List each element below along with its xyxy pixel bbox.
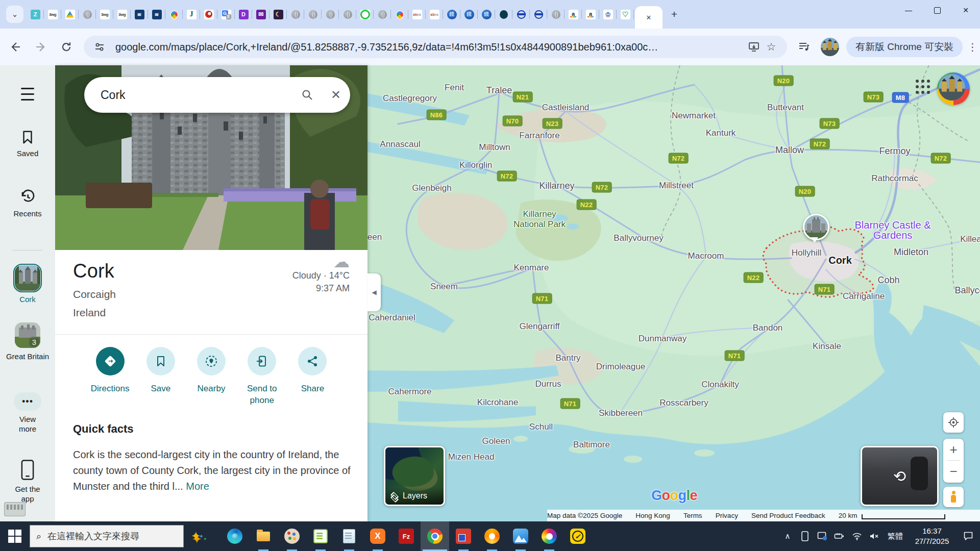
tab-search-button[interactable]: ⌄ bbox=[6, 6, 23, 23]
pinned-tab-maps[interactable] bbox=[165, 5, 183, 23]
more-link[interactable]: More bbox=[186, 481, 209, 492]
pegman-button[interactable] bbox=[943, 487, 964, 507]
pinned-tab-qa[interactable]: a bbox=[582, 5, 599, 23]
chrome-update-chip[interactable]: 有新版 Chrome 可安裝 bbox=[846, 37, 963, 57]
taskbar-app-redblue[interactable] bbox=[449, 521, 478, 551]
sidebar-item-cork[interactable]: Cork bbox=[0, 265, 55, 304]
blarney-castle-pin[interactable] bbox=[803, 214, 829, 240]
start-button[interactable] bbox=[0, 521, 30, 551]
pinned-tab-greenring[interactable] bbox=[356, 5, 374, 23]
forward-button[interactable] bbox=[31, 37, 51, 57]
share-button[interactable]: Share bbox=[287, 342, 338, 423]
pinned-tab-crest[interactable]: ♔ bbox=[599, 5, 617, 23]
taskbar-search[interactable]: ⌕ 在這裡輸入文字來搜尋 bbox=[30, 525, 184, 547]
layers-button[interactable]: Layers bbox=[384, 446, 445, 506]
sidebar-item-great-britain[interactable]: 3 Great Britain bbox=[0, 322, 55, 361]
pinned-tab-heart[interactable]: ♡ bbox=[617, 5, 634, 23]
action-center-icon[interactable] bbox=[957, 521, 980, 551]
save-button[interactable]: Save bbox=[135, 342, 186, 423]
poi-label-blarney-castle-gardens[interactable]: Blarney Castle & Gardens bbox=[849, 220, 937, 240]
chrome-menu-icon[interactable]: ⋮ bbox=[966, 41, 979, 53]
pinned-tab-roundel[interactable] bbox=[512, 5, 530, 23]
url-text[interactable]: google.com/maps/place/Cork,+Ireland/@51.… bbox=[115, 41, 745, 53]
attribution-map-data-2025-google[interactable]: Map data ©2025 Google bbox=[547, 512, 622, 519]
pinned-tab-globe[interactable] bbox=[287, 5, 304, 23]
taskbar-app-explorer[interactable] bbox=[249, 521, 278, 551]
search-icon[interactable] bbox=[293, 81, 322, 109]
address-bar[interactable]: google.com/maps/place/Cork,+Ireland/@51.… bbox=[84, 36, 787, 58]
pinned-tab-qa[interactable]: a bbox=[565, 5, 582, 23]
street-view-thumbnail[interactable]: ⟲ bbox=[861, 446, 939, 506]
volume-muted-icon[interactable] bbox=[866, 532, 883, 540]
send-to-phone-button[interactable]: Send to phone bbox=[237, 342, 287, 423]
taskbar-clock[interactable]: 16:37 27/7/2025 bbox=[908, 526, 957, 546]
sidebar-item-recents[interactable]: Recents bbox=[0, 189, 55, 218]
pinned-tab-drive[interactable] bbox=[61, 5, 79, 23]
pinned-tab-princess[interactable]: ≋ bbox=[131, 5, 148, 23]
pinned-tab-z[interactable]: Z bbox=[27, 5, 44, 23]
map-account-avatar[interactable] bbox=[937, 72, 970, 105]
tab-close-icon[interactable]: ✕ bbox=[646, 14, 652, 21]
pinned-tab-globe[interactable] bbox=[339, 5, 356, 23]
taskbar-app-chrome[interactable] bbox=[421, 521, 449, 551]
my-location-button[interactable] bbox=[943, 412, 964, 433]
taskbar-app-notepadpp[interactable] bbox=[306, 521, 335, 551]
pinned-tab-mail[interactable]: ✉ bbox=[252, 5, 270, 23]
pinned-tab-stex[interactable]: stex bbox=[408, 5, 426, 23]
hidden-icons-chevron[interactable]: ∧ bbox=[779, 532, 796, 541]
reading-list-icon[interactable] bbox=[795, 38, 813, 56]
directions-button[interactable]: Directions bbox=[85, 342, 135, 423]
wifi-icon[interactable] bbox=[848, 532, 866, 540]
place-photo[interactable]: Cork ✕ bbox=[55, 65, 368, 250]
keyboard-icon[interactable] bbox=[4, 502, 26, 516]
pinned-tab-darkcircle[interactable] bbox=[495, 5, 512, 23]
attribution-privacy[interactable]: Privacy bbox=[716, 512, 738, 519]
pinned-tab-mirror[interactable]: 鏡 bbox=[443, 5, 460, 23]
active-tab[interactable]: ✕ bbox=[635, 6, 663, 29]
pinned-tab-globe[interactable] bbox=[374, 5, 391, 23]
zoom-in-button[interactable]: + bbox=[943, 439, 964, 460]
weather-widget[interactable]: ☁ Cloudy · 14°C 9:37 AM bbox=[292, 254, 350, 295]
back-button[interactable] bbox=[5, 37, 26, 57]
pinned-tab-j[interactable]: J bbox=[183, 5, 200, 23]
taskbar-app-orangering[interactable] bbox=[478, 521, 506, 551]
clear-search-icon[interactable]: ✕ bbox=[322, 81, 350, 109]
site-settings-icon[interactable] bbox=[91, 38, 108, 56]
pinned-tab-mirror[interactable]: 鏡 bbox=[478, 5, 495, 23]
pinned-tab-globe[interactable] bbox=[79, 5, 96, 23]
map-canvas[interactable]: FenitTraleeCastlegregoryCastleislandFarr… bbox=[368, 65, 980, 521]
new-tab-button[interactable]: + bbox=[667, 7, 682, 22]
install-icon[interactable] bbox=[745, 38, 763, 56]
pinned-tab-globe[interactable] bbox=[547, 5, 565, 23]
taskbar-app-photos[interactable] bbox=[506, 521, 535, 551]
sidebar-item-get-app[interactable]: Get the app bbox=[0, 459, 55, 504]
taskbar-app-notepad[interactable] bbox=[335, 521, 363, 551]
taskbar-app-tick[interactable]: ✓ bbox=[564, 521, 592, 551]
menu-button[interactable] bbox=[0, 86, 55, 103]
collapse-panel-button[interactable]: ◀ bbox=[368, 273, 381, 311]
pinned-tab-translate[interactable]: G文 bbox=[217, 5, 235, 23]
pinned-tab-stex[interactable]: stex bbox=[426, 5, 443, 23]
sidebar-item-saved[interactable]: Saved bbox=[0, 130, 55, 158]
pinned-tab-3wg[interactable]: 3wg bbox=[44, 5, 61, 23]
pinned-tab-roundel[interactable] bbox=[530, 5, 547, 23]
taskbar-app-paint[interactable] bbox=[278, 521, 306, 551]
minimize-button[interactable]: — bbox=[894, 0, 923, 20]
attribution-hong-kong[interactable]: Hong Kong bbox=[635, 512, 670, 519]
pinned-tab-princess[interactable]: ≋ bbox=[148, 5, 165, 23]
map-search-bar[interactable]: Cork ✕ bbox=[84, 77, 350, 113]
pinned-tab-globe[interactable] bbox=[304, 5, 322, 23]
nearby-button[interactable]: Nearby bbox=[186, 342, 236, 423]
power-plug-icon[interactable] bbox=[831, 532, 848, 540]
pinned-tab-red[interactable] bbox=[200, 5, 217, 23]
close-button[interactable]: ✕ bbox=[951, 0, 980, 20]
pinned-tab-moon[interactable]: ☾ bbox=[270, 5, 287, 23]
pinned-tab-maps[interactable] bbox=[391, 5, 408, 23]
apps-grid-icon[interactable] bbox=[916, 80, 931, 95]
reload-button[interactable] bbox=[56, 37, 77, 57]
phone-link-icon[interactable] bbox=[796, 531, 814, 541]
copilot-icon[interactable]: ✦✦● bbox=[184, 529, 213, 543]
pinned-tab-3wg[interactable]: 3wg bbox=[96, 5, 113, 23]
sidebar-item-view-more[interactable]: ••• View more bbox=[0, 392, 55, 434]
display-sync-icon[interactable] bbox=[814, 532, 831, 541]
